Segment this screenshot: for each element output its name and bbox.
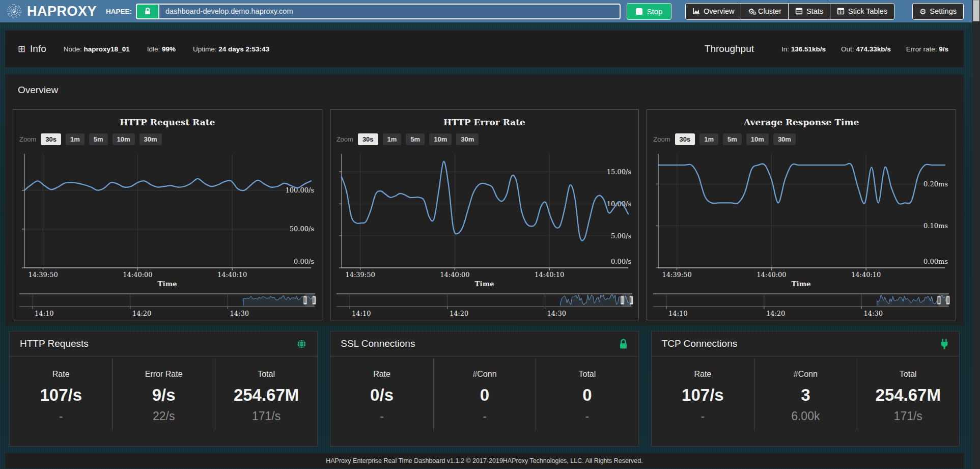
gears-icon: ⚙⚙ [748,8,754,15]
stats-button[interactable]: Stats [788,3,830,20]
stat-total: Total 254.67M 171/s [215,358,317,430]
svg-text:14:30: 14:30 [547,310,566,317]
charts-row: HTTP Request Rate Zoom 30s 1m 5m 10m 30m… [13,109,956,320]
info-toggle[interactable]: ⊞ Info [18,43,46,54]
svg-text:5.00/s: 5.00/s [611,232,631,240]
range-selector-handle[interactable] [946,296,950,305]
svg-text:14:10: 14:10 [352,310,371,317]
http-request-rate-panel: HTTP Request Rate Zoom 30s 1m 5m 10m 30m… [13,109,322,320]
svg-text:Time: Time [792,319,811,320]
stats-button-label: Stats [806,7,823,15]
chart-title: HTTP Request Rate [18,117,317,127]
svg-text:14:30: 14:30 [230,310,249,317]
stat-conn: #Conn 0 - [433,358,536,430]
globe-icon [296,339,307,349]
zoom-1m-button[interactable]: 1m [66,133,85,145]
zoom-30m-button[interactable]: 30m [139,133,162,145]
svg-text:14:40:00: 14:40:00 [123,271,152,279]
zoom-controls: Zoom 30s 1m 5m 10m 30m [337,132,634,146]
footer-bar: HAProxy Enterprise Real Time Dashboard v… [5,453,964,468]
settings-button-label: Settings [930,7,957,15]
range-selector-handle[interactable] [937,296,941,305]
zoom-10m-button[interactable]: 10m [746,133,769,145]
stat-total: Total 0 - [536,358,638,430]
avg-response-time-chart[interactable]: 0.20ms0.10ms0.00ms14:39:5014:40:0014:40:… [652,149,950,289]
svg-text:14:20: 14:20 [132,310,151,317]
card-title: HTTP Requests [20,338,296,349]
vertical-scrollbar[interactable] [972,0,980,469]
uptime-info: Uptime: 24 days 2:53:43 [193,45,269,53]
range-selector[interactable]: 14:1014:2014:30Time [652,291,950,320]
svg-text:Time: Time [474,319,494,320]
zoom-30s-button[interactable]: 30s [675,133,695,145]
range-selector[interactable]: 14:1014:2014:30Time [335,291,633,320]
zoom-30s-button[interactable]: 30s [358,133,378,145]
scrollbar-thumb[interactable] [973,0,979,21]
url-group [136,4,621,19]
svg-text:50.00/s: 50.00/s [290,225,314,233]
zoom-30m-button[interactable]: 30m [456,133,479,145]
zoom-5m-button[interactable]: 5m [89,133,108,145]
zoom-5m-button[interactable]: 5m [723,133,742,145]
range-selector-handle[interactable] [621,296,624,305]
range-selector-handle[interactable] [313,296,316,305]
zoom-1m-button[interactable]: 1m [383,133,402,145]
overview-button[interactable]: Overview [685,3,741,20]
url-input[interactable] [158,4,621,19]
zoom-10m-button[interactable]: 10m [113,133,135,145]
zoom-10m-button[interactable]: 10m [429,133,452,145]
chart-icon [692,8,700,15]
svg-text:0.00ms: 0.00ms [923,258,948,265]
cluster-button[interactable]: ⚙⚙ Cluster [741,3,789,20]
http-error-rate-chart[interactable]: 15.00/s10.00/s5.00/s0.00/s14:39:5014:40:… [335,149,633,289]
stat-error-rate: Error Rate 9/s 22/s [112,358,214,430]
svg-text:14:39:50: 14:39:50 [345,271,375,279]
stick-tables-button-label: Stick Tables [848,7,887,15]
avg-response-time-panel: Average Response Time Zoom 30s 1m 5m 10m… [647,109,956,320]
brand: HAPROXY [6,3,97,19]
svg-text:0.10ms: 0.10ms [923,222,948,230]
lock-icon [144,7,152,15]
svg-text:14:40:00: 14:40:00 [757,271,787,279]
card-header: TCP Connections [652,332,959,356]
haproxy-dashboard: HAPROXY HAPEE: Stop Overview [0,0,980,469]
nav-button-group: Overview ⚙⚙ Cluster Stats [685,3,894,20]
gear-icon: ⚙ [919,8,926,15]
plug-icon [940,339,949,349]
brand-wordmark: HAPROXY [27,4,97,19]
svg-text:15.00/s: 15.00/s [606,168,631,176]
range-selector-handle[interactable] [303,296,307,305]
card-header: SSL Connections [330,332,638,356]
throughput-label: Throughput [705,43,754,54]
settings-button[interactable]: ⚙ Settings [912,3,964,20]
svg-text:14:10: 14:10 [668,310,687,317]
stick-tables-button[interactable]: Stick Tables [830,3,894,20]
http-request-rate-chart[interactable]: 100.00/s50.00/s0.00/s14:39:5014:40:0014:… [18,149,316,289]
card-body: Rate 0/s - #Conn 0 - Total 0 - [330,356,638,430]
overview-heading: Overview [18,85,956,96]
card-header: HTTP Requests [10,332,317,356]
svg-text:14:40:10: 14:40:10 [535,271,564,279]
range-selector-handle[interactable] [629,296,633,305]
ssl-connections-card: SSL Connections Rate 0/s - #Conn 0 - [330,331,638,447]
chart-title: HTTP Error Rate [335,117,634,127]
footer-text: HAProxy Enterprise Real Time Dashboard v… [326,457,643,464]
http-requests-card: HTTP Requests Rate 107/s - Error Ra [9,331,318,447]
svg-text:Time: Time [157,280,177,288]
stat-rate: Rate 107/s - [652,358,754,430]
ssl-lock-icon [619,339,628,349]
zoom-5m-button[interactable]: 5m [406,133,425,145]
svg-text:10.00/s: 10.00/s [606,200,631,208]
zoom-1m-button[interactable]: 1m [699,133,718,145]
zoom-30m-button[interactable]: 30m [773,133,796,145]
tcp-connections-card: TCP Connections Rate 107/s - #Conn 3 6.0… [651,331,960,447]
svg-text:14:40:10: 14:40:10 [217,271,247,279]
stat-rate: Rate 0/s - [330,358,433,430]
haproxy-logo-icon [6,3,22,19]
range-selector[interactable]: 14:1014:2014:30Time [18,291,316,320]
idle-info: Idle: 99% [147,45,176,53]
stop-button[interactable]: Stop [627,3,671,20]
zoom-30s-button[interactable]: 30s [41,133,61,145]
lock-button[interactable] [136,4,158,19]
cards-row: HTTP Requests Rate 107/s - Error Ra [5,331,964,447]
